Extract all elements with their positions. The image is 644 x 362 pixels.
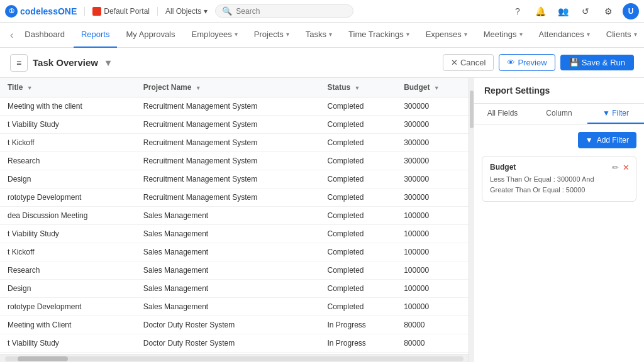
table-row: t Viability Study Sales Management Compl… bbox=[0, 225, 469, 243]
cell-project[interactable]: Sales Management bbox=[136, 243, 320, 261]
preview-button[interactable]: 👁 Preview bbox=[499, 54, 555, 71]
all-objects-dropdown[interactable]: All Objects ▾ bbox=[157, 7, 208, 16]
cell-project[interactable]: Recruitment Management System bbox=[136, 170, 320, 189]
nav-item-myapprovals[interactable]: My Approvals bbox=[118, 23, 182, 48]
tab-all-fields[interactable]: All Fields bbox=[474, 104, 531, 124]
body-layout: Title ▼ Project Name ▼ Status ▼ Budget ▼… bbox=[0, 78, 644, 362]
filter-detail-line1: Less Than Or Equal : 300000 And bbox=[490, 175, 594, 183]
nav-item-reports[interactable]: Reports bbox=[74, 23, 118, 48]
refresh-icon[interactable]: ↺ bbox=[577, 3, 594, 19]
cell-title[interactable]: t Kickoff bbox=[0, 243, 136, 261]
cell-title[interactable]: t Kickoff bbox=[0, 134, 136, 152]
table-area: Title ▼ Project Name ▼ Status ▼ Budget ▼… bbox=[0, 78, 469, 362]
report-actions: ✕ Cancel 👁 Preview 💾 Save & Run bbox=[443, 54, 634, 71]
nav-item-expenses[interactable]: Expenses ▾ bbox=[418, 23, 475, 48]
tab-filter[interactable]: ▼ Filter bbox=[587, 104, 644, 124]
portal-icon bbox=[92, 7, 101, 16]
horizontal-scrollbar[interactable] bbox=[5, 356, 464, 361]
report-header: ≡ Task Overview ▾ ✕ Cancel 👁 Preview 💾 S… bbox=[0, 48, 644, 78]
cell-title[interactable]: Design bbox=[0, 280, 136, 298]
nav-item-clients[interactable]: Clients ▾ bbox=[599, 23, 644, 48]
nav-item-dashboard[interactable]: Dashboard bbox=[17, 23, 72, 48]
cell-project[interactable]: Recruitment Management System bbox=[136, 116, 320, 134]
users-icon[interactable]: 👥 bbox=[555, 3, 571, 19]
cell-title[interactable]: Design bbox=[0, 170, 136, 189]
filter-card-detail: Less Than Or Equal : 300000 And Greater … bbox=[490, 174, 628, 195]
nav-item-timetrackings[interactable]: Time Trackings ▾ bbox=[341, 23, 417, 48]
cell-budget: 80000 bbox=[396, 316, 469, 334]
cell-project[interactable]: Sales Management bbox=[136, 298, 320, 316]
cell-title[interactable]: t Viability Study bbox=[0, 225, 136, 243]
search-bar[interactable]: 🔍 bbox=[215, 4, 353, 18]
table-scroll[interactable]: Title ▼ Project Name ▼ Status ▼ Budget ▼… bbox=[0, 78, 469, 354]
table-header-row: Title ▼ Project Name ▼ Status ▼ Budget ▼ bbox=[0, 78, 469, 97]
project-sort-icon: ▼ bbox=[196, 85, 201, 91]
search-icon: 🔍 bbox=[222, 6, 232, 16]
cell-budget: 100000 bbox=[396, 207, 469, 225]
cell-status: Completed bbox=[319, 97, 396, 116]
cell-project[interactable]: Recruitment Management System bbox=[136, 134, 320, 152]
settings-icon[interactable]: ⚙ bbox=[600, 3, 616, 19]
cell-title[interactable]: Meeting with the client bbox=[0, 97, 136, 116]
report-title-dropdown[interactable]: ▾ bbox=[106, 57, 111, 69]
cell-title[interactable]: Research bbox=[0, 152, 136, 170]
cell-project[interactable]: Recruitment Management System bbox=[136, 97, 320, 116]
cell-title[interactable]: rototype Development bbox=[0, 298, 136, 316]
main-content: ≡ Task Overview ▾ ✕ Cancel 👁 Preview 💾 S… bbox=[0, 48, 644, 362]
table-row: dea Discussion Meeting Sales Management … bbox=[0, 207, 469, 225]
portal-badge[interactable]: Default Portal bbox=[84, 7, 150, 16]
cell-status: Completed bbox=[319, 152, 396, 170]
nav-item-tasks[interactable]: Tasks ▾ bbox=[298, 23, 340, 48]
nav-item-projects[interactable]: Projects ▾ bbox=[247, 23, 297, 48]
col-title[interactable]: Title ▼ bbox=[0, 78, 136, 97]
table-row: t Viability Study Doctor Duty Roster Sys… bbox=[0, 334, 469, 353]
cell-project[interactable]: Doctor Duty Roster System bbox=[136, 334, 320, 353]
cell-title[interactable]: rototype Development bbox=[0, 189, 136, 207]
table-row: t Kickoff Recruitment Management System … bbox=[0, 134, 469, 152]
filter-edit-icon[interactable]: ✏ bbox=[612, 163, 619, 172]
nav-item-meetings[interactable]: Meetings ▾ bbox=[476, 23, 530, 48]
cell-project[interactable]: Recruitment Management System bbox=[136, 152, 320, 170]
data-table: Title ▼ Project Name ▼ Status ▼ Budget ▼… bbox=[0, 78, 469, 354]
add-filter-button[interactable]: ▼ Add Filter bbox=[578, 132, 636, 148]
cell-project[interactable]: Sales Management bbox=[136, 280, 320, 298]
logo: ① codelessONE bbox=[5, 5, 77, 18]
cell-budget: 80000 bbox=[396, 334, 469, 353]
col-project[interactable]: Project Name ▼ bbox=[136, 78, 320, 97]
col-budget[interactable]: Budget ▼ bbox=[396, 78, 469, 97]
vertical-scrollbar[interactable] bbox=[469, 78, 474, 362]
title-sort-icon: ▼ bbox=[27, 85, 33, 91]
tab-column[interactable]: Column bbox=[531, 104, 587, 124]
cell-title[interactable]: Research bbox=[0, 261, 136, 280]
cell-title[interactable]: Meeting with Client bbox=[0, 316, 136, 334]
help-icon[interactable]: ? bbox=[509, 3, 526, 19]
filter-delete-icon[interactable]: ✕ bbox=[623, 163, 630, 172]
cell-title[interactable]: t Viability Study bbox=[0, 116, 136, 134]
nav-prev[interactable]: ‹ bbox=[8, 30, 16, 41]
cell-project[interactable]: Doctor Duty Roster System bbox=[136, 316, 320, 334]
cell-budget: 300000 bbox=[396, 170, 469, 189]
nav-item-attendances[interactable]: Attendances ▾ bbox=[531, 23, 597, 48]
search-input[interactable] bbox=[236, 7, 347, 16]
avatar-icon[interactable]: U bbox=[623, 3, 639, 19]
cell-project[interactable]: Sales Management bbox=[136, 225, 320, 243]
cell-project[interactable]: Sales Management bbox=[136, 261, 320, 280]
meetings-arrow: ▾ bbox=[519, 31, 523, 38]
cell-budget: 300000 bbox=[396, 189, 469, 207]
cell-title[interactable]: t Viability Study bbox=[0, 334, 136, 353]
col-status[interactable]: Status ▼ bbox=[319, 78, 396, 97]
cell-status: Completed bbox=[319, 298, 396, 316]
cell-budget: 300000 bbox=[396, 97, 469, 116]
attendances-arrow: ▾ bbox=[587, 31, 590, 38]
save-run-button[interactable]: 💾 Save & Run bbox=[560, 55, 634, 70]
time-arrow: ▾ bbox=[406, 31, 409, 38]
preview-eye-icon: 👁 bbox=[507, 58, 515, 67]
cancel-button[interactable]: ✕ Cancel bbox=[443, 54, 494, 71]
cell-title[interactable]: dea Discussion Meeting bbox=[0, 207, 136, 225]
save-run-label: Save & Run bbox=[582, 58, 625, 67]
cell-project[interactable]: Recruitment Management System bbox=[136, 189, 320, 207]
cell-project[interactable]: Sales Management bbox=[136, 207, 320, 225]
notification-icon[interactable]: 🔔 bbox=[532, 3, 548, 19]
expenses-arrow: ▾ bbox=[464, 31, 467, 38]
nav-item-employees[interactable]: Employees ▾ bbox=[184, 23, 245, 48]
